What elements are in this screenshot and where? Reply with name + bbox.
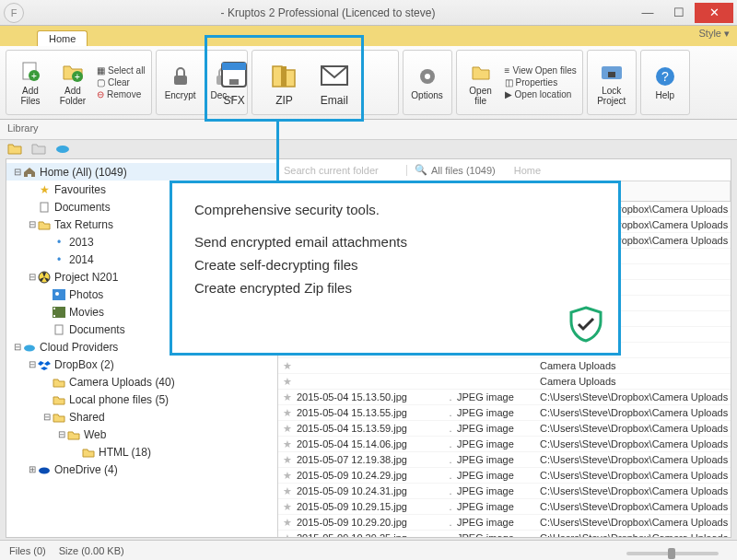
minimize-button[interactable]: — [632, 3, 663, 23]
svg-rect-19 [53, 308, 55, 309]
svg-rect-14 [41, 203, 48, 212]
app-logo[interactable]: F [4, 3, 24, 23]
library-toolbar [7, 142, 70, 155]
tab-home[interactable]: Home [37, 30, 88, 46]
svg-rect-10 [608, 72, 615, 77]
search-icon: 🔍 [415, 164, 427, 176]
zip-icon [268, 59, 299, 90]
sfx-icon [218, 59, 250, 90]
breadcrumb: Home [503, 165, 731, 176]
list-icon: ≡ [505, 65, 510, 76]
add-files-button[interactable]: +Add Files [12, 60, 49, 106]
svg-rect-21 [55, 325, 63, 334]
titlebar: F - Kruptos 2 Professional (Licenced to … [0, 0, 737, 26]
svg-rect-5 [174, 76, 187, 85]
table-row[interactable]: ★2015-05-09 10.29.15.jpg.JPEG imageC:\Us… [278, 499, 731, 515]
options-button[interactable]: Options [409, 64, 446, 100]
table-row[interactable]: ★Camera Uploads [278, 358, 731, 374]
tree-item[interactable]: ⊟Home (All) (1049) [6, 163, 277, 181]
callout-line: Create encrypted Zip files [194, 280, 596, 296]
callout-line: Create self-decrypting files [194, 257, 596, 273]
callout-box: Comprehensive security tools. Send encry… [170, 181, 621, 356]
select-all-button[interactable]: ▦Select all [97, 65, 146, 76]
svg-text:+: + [75, 72, 80, 82]
tree-item[interactable]: Local phone files (5) [6, 391, 277, 408]
help-button[interactable]: ?Help [647, 64, 684, 100]
clear-icon: ▢ [97, 77, 105, 88]
open-location-button[interactable]: ▶Open location [505, 89, 577, 99]
table-row[interactable]: ★2015-05-04 15.13.59.jpg.JPEG imageC:\Us… [278, 421, 731, 437]
ribbon: +Add Files +Add Folder ▦Select all ▢Clea… [0, 46, 737, 120]
view-open-files-button[interactable]: ≡View Open files [505, 65, 577, 76]
table-row[interactable]: ★2015-05-04 15.13.50.jpg.JPEG imageC:\Us… [278, 390, 731, 405]
library-panel-header: Library [0, 120, 737, 140]
clear-button[interactable]: ▢Clear [97, 77, 146, 88]
email-button[interactable]: Email [319, 59, 350, 107]
table-row[interactable]: ★2015-05-09 10.29.25.jpg.JPEG imageC:\Us… [278, 531, 731, 537]
lock-project-icon [600, 60, 624, 84]
svg-point-13 [56, 146, 69, 153]
cloud-icon[interactable] [55, 142, 70, 155]
status-files: Files (0) [9, 545, 46, 556]
svg-rect-26 [229, 79, 239, 85]
window-title: - Kruptos 2 Professional (Licenced to st… [24, 6, 632, 19]
lock-project-button[interactable]: Lock Project [593, 60, 630, 106]
select-all-icon: ▦ [97, 65, 105, 76]
file-plus-icon: + [18, 60, 42, 84]
svg-point-8 [425, 74, 430, 79]
table-row[interactable]: ★2015-05-04 15.13.55.jpg.JPEG imageC:\Us… [278, 405, 731, 421]
svg-rect-16 [53, 289, 65, 300]
svg-rect-27 [281, 66, 287, 87]
tree-item[interactable]: ⊟DropBox (2) [6, 356, 277, 373]
callout-heading: Comprehensive security tools. [194, 202, 596, 217]
table-row[interactable]: ★Camera Uploads [278, 374, 731, 390]
tree-item[interactable]: ⊟Web [6, 426, 277, 443]
tree-item[interactable]: Camera Uploads (40) [6, 373, 277, 391]
sfx-button[interactable]: SFX [218, 59, 250, 107]
tree-item[interactable]: HTML (18) [6, 443, 277, 461]
add-folder-button[interactable]: +Add Folder [54, 60, 91, 106]
search-input[interactable]: Search current folder [278, 165, 407, 176]
encrypt-button[interactable]: Encrypt [162, 64, 199, 100]
email-icon [319, 59, 350, 90]
highlighted-buttons: SFX ZIP Email [209, 46, 359, 120]
folder-icon[interactable] [31, 142, 46, 155]
remove-icon: ⊖ [97, 89, 104, 99]
table-row[interactable]: ★2015-05-09 10.24.31.jpg.JPEG imageC:\Us… [278, 484, 731, 499]
style-dropdown[interactable]: Style ▾ [698, 28, 730, 40]
svg-point-17 [55, 292, 59, 296]
zoom-slider[interactable] [626, 552, 719, 555]
open-location-icon: ▶ [505, 89, 512, 99]
table-row[interactable]: ★2015-05-04 15.14.06.jpg.JPEG imageC:\Us… [278, 437, 731, 452]
svg-point-22 [24, 344, 35, 351]
shield-check-icon [567, 305, 605, 344]
svg-rect-25 [222, 63, 246, 70]
table-row[interactable]: ★2015-05-09 10.24.29.jpg.JPEG imageC:\Us… [278, 468, 731, 484]
tabs-row: Home Style ▾ [0, 26, 737, 46]
gear-icon [415, 64, 439, 88]
svg-point-23 [39, 467, 50, 473]
lock-icon [169, 64, 193, 88]
zip-button[interactable]: ZIP [268, 59, 299, 107]
callout-connector [276, 119, 279, 183]
status-bar: Files (0) Size (0.00 KB) [0, 540, 737, 560]
callout-line: Send encrypted email attachments [194, 234, 596, 250]
folder-plus-icon: + [61, 60, 85, 84]
tree-item[interactable]: ⊞OneDrive (4) [6, 461, 277, 478]
maximize-button[interactable]: ☐ [663, 3, 695, 23]
open-file-icon [469, 60, 493, 84]
new-folder-icon[interactable] [7, 142, 22, 155]
remove-button[interactable]: ⊖Remove [97, 89, 146, 99]
tree-item[interactable]: ⊟Shared [6, 408, 277, 426]
properties-icon: ◫ [505, 77, 513, 88]
properties-button[interactable]: ◫Properties [505, 77, 577, 88]
open-file-button[interactable]: Open file [462, 60, 499, 106]
status-size: Size (0.00 KB) [59, 545, 124, 556]
svg-text:+: + [31, 71, 37, 81]
all-files-filter[interactable]: 🔍All files (1049) [407, 164, 503, 176]
svg-rect-20 [53, 315, 55, 317]
table-row[interactable]: ★2015-05-07 12.19.38.jpg.JPEG imageC:\Us… [278, 452, 731, 468]
help-icon: ? [653, 64, 677, 88]
close-button[interactable]: ✕ [695, 3, 733, 23]
table-row[interactable]: ★2015-05-09 10.29.20.jpg.JPEG imageC:\Us… [278, 515, 731, 531]
